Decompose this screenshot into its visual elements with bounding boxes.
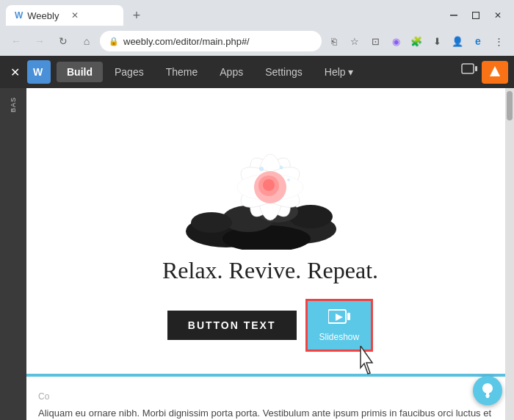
weebly-nav: Build Pages Theme Apps Settings Help ▾ — [57, 62, 458, 82]
weebly-bar: ✕ W Build Pages Theme Apps Settings Help… — [0, 56, 514, 88]
address-input[interactable]: 🔒 weebly.com/editor/main.php#/ — [100, 31, 322, 51]
tab-close-button[interactable]: ✕ — [69, 10, 81, 21]
svg-rect-0 — [450, 15, 457, 16]
svg-rect-1 — [473, 12, 479, 19]
hero-image — [153, 103, 388, 250]
svg-rect-3 — [462, 64, 474, 73]
sidebar-label: BAS — [10, 94, 17, 115]
svg-rect-4 — [475, 66, 477, 71]
svg-text:W: W — [33, 66, 43, 78]
svg-point-24 — [287, 178, 290, 181]
svg-point-23 — [280, 166, 283, 170]
fab-button[interactable] — [473, 376, 502, 405]
share-icon[interactable]: ⎗ — [325, 32, 344, 51]
svg-point-12 — [191, 212, 232, 233]
tab-bar: W Weebly ✕ + ✕ — [0, 0, 514, 26]
forward-button[interactable]: → — [29, 31, 50, 51]
lock-icon: 🔒 — [109, 37, 119, 46]
publish-button[interactable] — [482, 61, 508, 84]
maximize-button[interactable] — [466, 5, 486, 26]
sidebar: BAS — [0, 88, 26, 420]
tab-title: Weebly — [27, 10, 59, 21]
refresh-button[interactable]: ↻ — [53, 31, 73, 51]
scrollbar[interactable] — [505, 88, 514, 420]
nav-help[interactable]: Help ▾ — [314, 62, 364, 82]
svg-marker-26 — [336, 314, 343, 321]
toolbar-icons: ⎗ ☆ ⊡ ◉ 🧩 ⬇ 👤 e ⋮ — [325, 32, 508, 51]
new-tab-button[interactable]: + — [126, 5, 147, 26]
svg-point-22 — [259, 167, 264, 171]
puzzle-icon[interactable]: 🧩 — [407, 32, 426, 51]
weebly-logo: W — [27, 60, 51, 84]
scrollbar-thumb[interactable] — [507, 91, 513, 120]
account-icon[interactable]: 👤 — [448, 32, 467, 51]
split-icon[interactable]: ⊡ — [366, 32, 385, 51]
svg-rect-28 — [485, 395, 490, 397]
hero-buttons: BUTTON TEXT Slideshow — [167, 299, 373, 352]
weebly-right-controls — [461, 61, 508, 84]
hero-title: Relax. Revive. Repeat. — [162, 257, 378, 284]
content-text: Aliquam eu ornare nibh. Morbi dignissim … — [38, 406, 502, 420]
star-icon[interactable]: ☆ — [345, 32, 364, 51]
button-text-btn[interactable]: BUTTON TEXT — [167, 311, 297, 340]
window-controls: ✕ — [444, 5, 508, 26]
svg-rect-27 — [347, 313, 350, 320]
nav-pages[interactable]: Pages — [104, 62, 154, 82]
active-tab[interactable]: W Weebly ✕ — [6, 5, 123, 26]
hero-section: Relax. Revive. Repeat. BUTTON TEXT Slide… — [26, 88, 514, 375]
cursor — [355, 346, 378, 375]
slideshow-label: Slideshow — [319, 332, 360, 342]
content-label: Co — [38, 391, 502, 402]
device-icon[interactable] — [461, 62, 477, 82]
back-button[interactable]: ← — [6, 31, 26, 51]
nav-build[interactable]: Build — [57, 62, 103, 82]
editor-area: BAS — [0, 88, 514, 420]
home-button[interactable]: ⌂ — [76, 31, 97, 51]
download-icon[interactable]: ⬇ — [427, 32, 446, 51]
nav-settings[interactable]: Settings — [255, 62, 313, 82]
menu-icon[interactable]: ⋮ — [489, 32, 508, 51]
close-button[interactable]: ✕ — [488, 5, 508, 26]
canvas: Relax. Revive. Repeat. BUTTON TEXT Slide… — [26, 88, 514, 420]
minimize-button[interactable] — [444, 5, 464, 26]
flower-svg — [153, 103, 388, 250]
content-section: Co Aliquam eu ornare nibh. Morbi digniss… — [26, 377, 514, 420]
svg-point-21 — [263, 179, 275, 191]
slideshow-button[interactable]: Slideshow — [305, 299, 374, 352]
nav-apps[interactable]: Apps — [209, 62, 253, 82]
canvas-wrapper: Relax. Revive. Repeat. BUTTON TEXT Slide… — [26, 88, 514, 420]
extension-icon[interactable]: ◉ — [386, 32, 405, 51]
slideshow-icon — [328, 308, 350, 329]
address-bar: ← → ↻ ⌂ 🔒 weebly.com/editor/main.php#/ ⎗… — [0, 26, 514, 56]
address-text: weebly.com/editor/main.php#/ — [123, 36, 313, 47]
nav-theme[interactable]: Theme — [156, 62, 209, 82]
svg-marker-5 — [490, 66, 500, 76]
edge-icon[interactable]: e — [468, 32, 488, 51]
tab-favicon: W — [15, 10, 23, 21]
weebly-close-button[interactable]: ✕ — [6, 62, 24, 82]
svg-rect-29 — [486, 397, 489, 398]
